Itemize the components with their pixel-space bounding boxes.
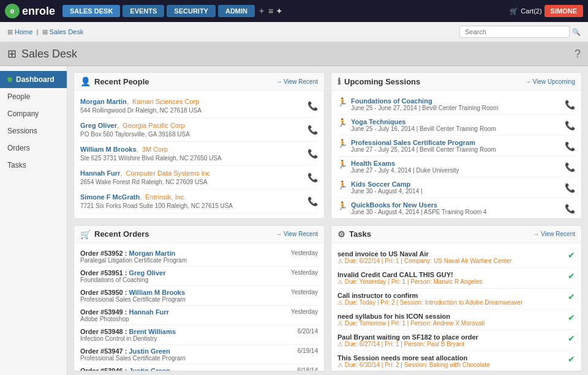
session-info: Health Exams June 27 - July 4, 2014 | Du…	[351, 160, 459, 174]
nav-events[interactable]: Events	[123, 5, 164, 17]
person-name[interactable]: William M Brooks	[80, 146, 137, 153]
order-date: Yesterday	[291, 308, 318, 315]
task-due-detail: ⚠ Due: Today | Pri: 2 | Session: Introdu…	[337, 299, 523, 306]
session-date: June 30 - August 4, 2014 | ASPE Training…	[351, 209, 487, 215]
session-date: June 25 - July 16, 2014 | Bevill Center …	[351, 125, 496, 132]
task-name: send invoice to US Naval Air	[337, 250, 565, 258]
person-address: Ste 625 3731 Wilshire Blvd Raleigh, NC 2…	[80, 155, 222, 162]
sidebar-item-tasks[interactable]: Tasks	[0, 157, 67, 174]
phone-icon[interactable]: 📞	[307, 101, 318, 111]
sidebar-item-company[interactable]: Company	[0, 105, 67, 122]
person-company: , 3M Corp	[137, 146, 168, 153]
tasks-header: ⚙ Tasks → View Recent	[331, 226, 581, 243]
order-header: Order #53951 : Greg Oliver Yesterday	[80, 269, 318, 277]
task-complete-icon[interactable]: ✔	[568, 313, 575, 322]
tasks-icon: ⚙	[337, 229, 345, 239]
view-recent-tasks[interactable]: → View Recent	[533, 231, 575, 237]
session-name[interactable]: Foundations of Coaching	[351, 97, 499, 105]
order-program: Foundations of Coaching	[80, 277, 318, 283]
order-person[interactable]: Justin Green	[129, 347, 170, 355]
order-program: Professional Sales Certificate Program	[80, 355, 318, 362]
task-complete-icon[interactable]: ✔	[568, 333, 575, 343]
session-name[interactable]: QuickBooks for New Users	[351, 201, 487, 209]
phone-icon[interactable]: 📞	[307, 149, 318, 158]
person-name[interactable]: Greg Oliver	[80, 122, 117, 129]
user-button[interactable]: SIMONE	[545, 5, 583, 17]
nav-sales-desk[interactable]: Sales Desk	[62, 5, 120, 17]
person-info: Hannah Furr, Computer Data Systems Inc 2…	[80, 169, 210, 186]
sidebar-item-people[interactable]: People	[0, 88, 67, 105]
order-header: Order #53946 : Justin Green 6/18/14	[80, 367, 318, 372]
task-complete-icon[interactable]: ✔	[568, 271, 575, 281]
phone-icon[interactable]: 📞	[307, 196, 318, 206]
sidebar-item-dashboard[interactable]: Dashboard	[0, 71, 67, 88]
order-person[interactable]: Justin Green	[129, 367, 170, 372]
session-name[interactable]: Professional Sales Certificate Program	[351, 139, 496, 146]
content-area: 👤 Recent People → View Recent Morgan Mar…	[67, 66, 588, 375]
session-item: 🏃 Kids Soccer Camp June 30 - August 4, 2…	[337, 177, 575, 198]
nav-admin[interactable]: Admin	[218, 5, 255, 17]
tasks-body: send invoice to US Naval Air ⚠ Due: 6/22…	[331, 243, 581, 372]
person-company: , Entrinsik, Inc.	[140, 193, 186, 201]
order-number: Order #53950 : William M Brooks	[80, 289, 185, 296]
session-name[interactable]: Yoga Techniques	[351, 118, 496, 125]
view-upcoming-sessions[interactable]: → View Upcoming	[525, 78, 575, 85]
sales-desk-icon: ⊞	[42, 28, 48, 35]
order-header: Order #53947 : Justin Green 6/19/14	[80, 347, 318, 355]
phone-icon[interactable]: 📞	[307, 173, 318, 182]
task-due: ⚠ Due: Yesterday | Pri: 1 | Person: Manv…	[337, 278, 565, 285]
session-item: 🏃 QuickBooks for New Users June 30 - Aug…	[337, 198, 575, 219]
order-person[interactable]: Morgan Martin	[129, 250, 176, 257]
task-complete-icon[interactable]: ✔	[568, 354, 575, 364]
order-date: Yesterday	[291, 250, 318, 256]
breadcrumb-current[interactable]: Sales Desk	[50, 28, 84, 35]
task-due: ⚠ Due: 6/22/14 | Pri: 1 | Company: US Na…	[337, 258, 565, 264]
search-input[interactable]	[459, 26, 570, 38]
session-info: QuickBooks for New Users June 30 - Augus…	[351, 201, 487, 215]
sidebar-label-company: Company	[7, 110, 39, 118]
order-header: Order #53948 : Brent Williams 6/20/14	[80, 328, 318, 335]
cart-button[interactable]: 🛒 Cart(2)	[510, 7, 541, 15]
session-type-icon: 🏃	[337, 180, 347, 190]
plus-icon[interactable]: ＋	[257, 6, 266, 17]
person-name[interactable]: Hannah Furr	[80, 169, 120, 177]
help-icon[interactable]: ?	[575, 48, 581, 61]
session-action-icon[interactable]: 📞	[565, 162, 575, 172]
recent-orders-title: 🛒 Recent Orders	[80, 229, 149, 239]
settings-icon[interactable]: ✦	[276, 6, 283, 16]
task-due-detail: ⚠ Due: 6/22/14 | Pri: 1 | Company: US Na…	[337, 258, 512, 264]
session-action-icon[interactable]: 📞	[565, 204, 575, 213]
task-complete-icon[interactable]: ✔	[568, 250, 575, 260]
sidebar-item-orders[interactable]: Orders	[0, 139, 67, 157]
session-info: Professional Sales Certificate Program J…	[351, 139, 496, 153]
view-recent-people[interactable]: → View Recent	[276, 78, 318, 85]
order-person[interactable]: Hannah Furr	[129, 308, 169, 316]
person-name[interactable]: Anita Smith	[80, 217, 118, 219]
home-icon: ⊞	[7, 28, 13, 35]
order-person[interactable]: William M Brooks	[129, 289, 186, 296]
upcoming-sessions-body: 🏃 Foundations of Coaching June 25 - June…	[331, 91, 581, 219]
person-name[interactable]: Morgan Martin	[80, 98, 127, 105]
session-type-icon: 🏃	[337, 201, 347, 210]
order-date: 6/19/14	[298, 347, 318, 354]
session-action-icon[interactable]: 📞	[565, 121, 575, 130]
order-person[interactable]: Greg Oliver	[129, 269, 166, 277]
order-person[interactable]: Brent Williams	[129, 328, 176, 335]
task-complete-icon[interactable]: ✔	[568, 292, 575, 302]
order-number: Order #53947 : Justin Green	[80, 347, 170, 355]
view-recent-orders[interactable]: → View Recent	[276, 231, 318, 237]
session-action-icon[interactable]: 📞	[565, 183, 575, 193]
session-name[interactable]: Health Exams	[351, 160, 459, 167]
sidebar-item-sessions[interactable]: Sessions	[0, 122, 67, 139]
breadcrumb-home[interactable]: Home	[15, 28, 32, 35]
sidebar-label-orders: Orders	[7, 144, 30, 152]
session-action-icon[interactable]: 📞	[565, 141, 575, 151]
phone-icon[interactable]: 📞	[307, 125, 318, 135]
session-action-icon[interactable]: 📞	[565, 100, 575, 110]
nav-security[interactable]: Security	[167, 5, 216, 17]
person-name[interactable]: Simone F McGrath	[80, 193, 140, 201]
page-title-text: Sales Desk	[21, 48, 77, 61]
session-name[interactable]: Kids Soccer Camp	[351, 180, 423, 188]
person-info: Morgan Martin, Kaman Sciences Corp 544 R…	[80, 97, 202, 114]
layers-icon[interactable]: ≡	[268, 6, 273, 16]
